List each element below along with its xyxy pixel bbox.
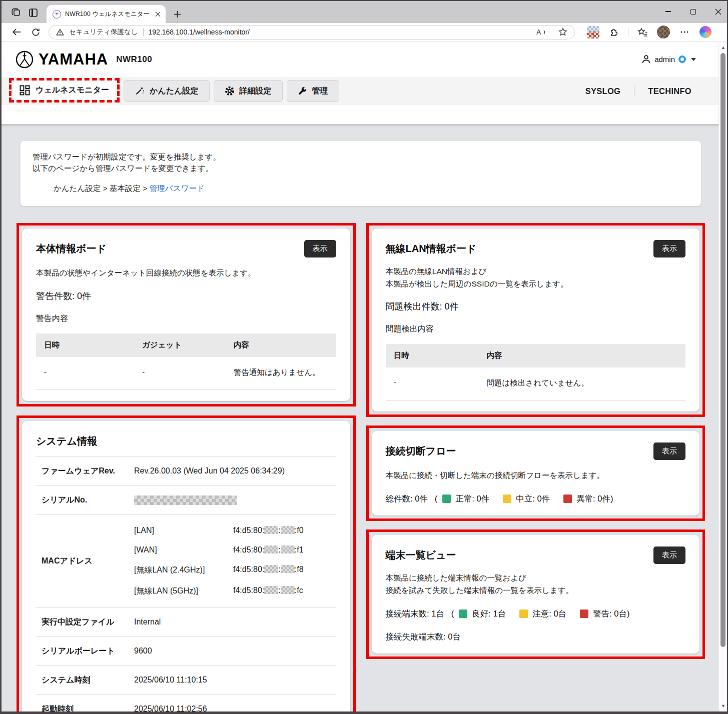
- account-menu[interactable]: admin: [641, 54, 714, 64]
- card-title: 本体情報ボード: [36, 240, 107, 256]
- workspaces-icon[interactable]: [8, 4, 25, 21]
- nav-label: かんたん設定: [150, 86, 199, 96]
- profile-avatar[interactable]: [655, 25, 671, 39]
- nav-external-links: SYSLOG TECHINFO: [572, 77, 727, 105]
- mac-entry-wlan5: [無線LAN (5GHz)] f4:d5:80:::fc: [134, 586, 336, 596]
- legend-caution: 注意: 0台: [519, 609, 566, 618]
- breadcrumb: かんたん設定 > 基本設定 > 管理パスワード: [33, 182, 689, 194]
- column-header: 日時: [36, 334, 134, 357]
- table-row: - 問題は検出されていません。: [386, 368, 686, 400]
- window-controls: [664, 1, 722, 22]
- address-bar: セキュリティ保護なし 192.168.100.1/wellness-monito…: [2, 23, 727, 42]
- nav-item-management[interactable]: 管理: [287, 80, 339, 102]
- scroll-down-arrow-icon[interactable]: ▼: [719, 702, 727, 710]
- security-status-label: セキュリティ保護なし: [69, 28, 138, 36]
- show-button[interactable]: 表示: [653, 546, 685, 564]
- magic-wand-icon: [135, 86, 145, 96]
- syslog-link[interactable]: SYSLOG: [572, 86, 634, 96]
- system-row-serial: シリアルNo.: [36, 486, 336, 514]
- legend-warning: 警告: 0台: [580, 609, 627, 618]
- red-status-chip: [580, 610, 588, 618]
- annotation-box-device-list: 端末一覧ビュー 表示 本製品に接続した端末情報の一覧および 接続を試みて失敗した…: [366, 530, 705, 659]
- maximize-button[interactable]: [689, 8, 697, 16]
- breadcrumb-prefix: かんたん設定 > 基本設定 >: [54, 184, 150, 192]
- column-header: 内容: [226, 334, 336, 357]
- back-button[interactable]: [9, 25, 25, 39]
- gear-icon: [225, 86, 235, 96]
- legend-normal: 正常: 0件: [442, 494, 489, 503]
- new-tab-button[interactable]: [174, 10, 181, 18]
- system-row-system-time: システム時刻 2025/06/10 11:10:15: [36, 666, 336, 694]
- extension-pinned-icon[interactable]: [585, 25, 601, 39]
- notice-line2: 以下のページから管理パスワードを変更できます。: [33, 162, 689, 174]
- site-header: YAMAHA NWR100 admin: [2, 42, 727, 77]
- read-aloud-icon[interactable]: A: [536, 28, 548, 36]
- yamaha-favicon-icon: ✳: [53, 10, 61, 18]
- tab-title: NWR100 ウェルネスモニター: [65, 10, 150, 18]
- system-row-firmware: ファームウェアRev. Rev.26.00.03 (Wed Jun 04 202…: [36, 456, 336, 486]
- password-notice: 管理パスワードが初期設定です。変更を推奨します。 以下のページから管理パスワード…: [20, 140, 701, 206]
- browser-window: ✳ NWR100 ウェルネスモニター: [0, 0, 728, 714]
- scroll-up-arrow-icon[interactable]: ▲: [719, 44, 727, 52]
- failed-count: 接続失敗端末数: 0台: [386, 632, 686, 642]
- cell-content: 警告通知はありません。: [226, 357, 336, 390]
- vertical-scrollbar[interactable]: ▲ ▼: [718, 42, 727, 712]
- refresh-button[interactable]: [28, 25, 44, 39]
- show-button[interactable]: 表示: [304, 240, 336, 258]
- card-description-line1: 本製品の無線LAN情報および: [386, 266, 686, 278]
- admin-password-link[interactable]: 管理パスワード: [150, 184, 205, 192]
- show-button[interactable]: 表示: [653, 442, 685, 460]
- card-title: 接続切断フロー: [386, 442, 456, 458]
- legend-good: 良好: 1台: [459, 609, 506, 618]
- system-info-list: ファームウェアRev. Rev.26.00.03 (Wed Jun 04 202…: [36, 456, 336, 712]
- scrollbar-thumb[interactable]: [720, 53, 725, 647]
- connection-flow-card: 接続切断フロー 表示 本製品に接続・切断した端末の接続切断フローを表示します。 …: [372, 431, 700, 516]
- tab-actions-icon[interactable]: [25, 4, 42, 21]
- table-row: - - 警告通知はありません。: [36, 357, 336, 390]
- url-field[interactable]: セキュリティ保護なし 192.168.100.1/wellness-monito…: [49, 25, 575, 40]
- extensions-puzzle-icon[interactable]: [606, 25, 622, 39]
- nav-item-easy-setup[interactable]: かんたん設定: [124, 80, 210, 102]
- card-description-line1: 本製品に接続した端末情報の一覧および: [386, 572, 686, 584]
- card-title: システム情報: [36, 432, 97, 448]
- cell-datetime: -: [386, 368, 479, 400]
- minimize-button[interactable]: [664, 8, 672, 16]
- close-button[interactable]: [714, 8, 722, 16]
- card-title: 端末一覧ビュー: [386, 546, 456, 562]
- copilot-icon[interactable]: [697, 25, 713, 39]
- svg-text:A: A: [536, 28, 541, 36]
- annotation-box-connection-flow: 接続切断フロー 表示 本製品に接続・切断した端末の接続切断フローを表示します。 …: [366, 426, 705, 521]
- column-header: 内容: [479, 344, 686, 368]
- favorite-star-icon[interactable]: [558, 28, 567, 36]
- techinfo-link[interactable]: TECHINFO: [634, 86, 705, 96]
- column-header: ガジェット: [134, 334, 226, 357]
- redacted-serial-number: [134, 496, 237, 505]
- nav-label: 詳細設定: [240, 86, 272, 96]
- green-status-chip: [442, 494, 451, 503]
- card-description: 本製品の状態やインターネット回線接続の状態を表示します。: [36, 267, 336, 280]
- warning-detail-label: 警告内容: [36, 314, 336, 324]
- browser-tab[interactable]: ✳ NWR100 ウェルネスモニター: [47, 5, 166, 23]
- tab-close-icon[interactable]: [155, 12, 161, 17]
- mac-entry-wan: [WAN] f4:d5:80:::f1: [134, 546, 336, 554]
- device-board-card: 本体情報ボード 表示 本製品の状態やインターネット回線接続の状態を表示します。 …: [22, 228, 350, 401]
- yellow-status-chip: [503, 494, 511, 503]
- favorites-hub-icon[interactable]: [634, 25, 650, 39]
- system-row-boot-time: 起動時刻 2025/06/10 11:02:56: [36, 694, 336, 712]
- nav-item-wellness-monitor[interactable]: ウェルネスモニター: [12, 80, 117, 100]
- annotation-box-wlan-board: 無線LAN情報ボード 表示 本製品の無線LAN情報および 本製品が検出した周辺の…: [366, 223, 705, 418]
- nav-label: 管理: [312, 86, 328, 96]
- device-list-card: 端末一覧ビュー 表示 本製品に接続した端末情報の一覧および 接続を試みて失敗した…: [372, 535, 700, 654]
- more-menu-icon[interactable]: [676, 25, 692, 39]
- card-description-line2: 接続を試みて失敗した端末情報の一覧を表示します。: [386, 584, 686, 597]
- green-status-chip: [459, 610, 467, 618]
- cell-gadget: -: [134, 357, 226, 390]
- nav-item-advanced-setup[interactable]: 詳細設定: [214, 80, 283, 102]
- annotation-box-wellness: ウェルネスモニター: [9, 78, 120, 102]
- system-info-card: システム情報 ファームウェアRev. Rev.26.00.03 (Wed Jun…: [22, 421, 350, 712]
- notice-line1: 管理パスワードが初期設定です。変更を推奨します。: [33, 151, 689, 162]
- browser-toolbar: [585, 25, 713, 39]
- url-divider: [143, 28, 144, 36]
- show-button[interactable]: 表示: [653, 240, 685, 258]
- system-row-mac: MACアドレス [LAN] f4:d5:80:::f0 [WAN] f4:d5:…: [36, 514, 336, 608]
